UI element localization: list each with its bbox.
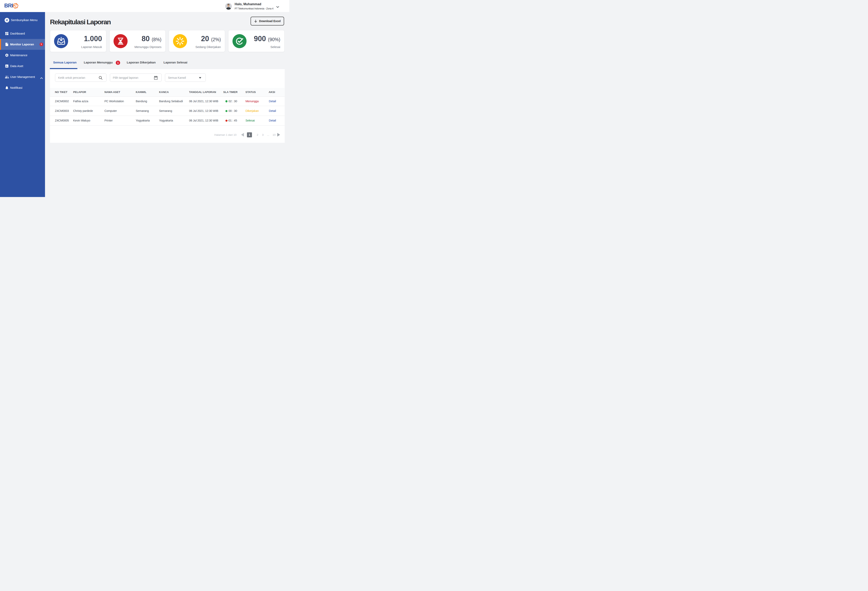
svg-text:O: O	[15, 3, 17, 6]
